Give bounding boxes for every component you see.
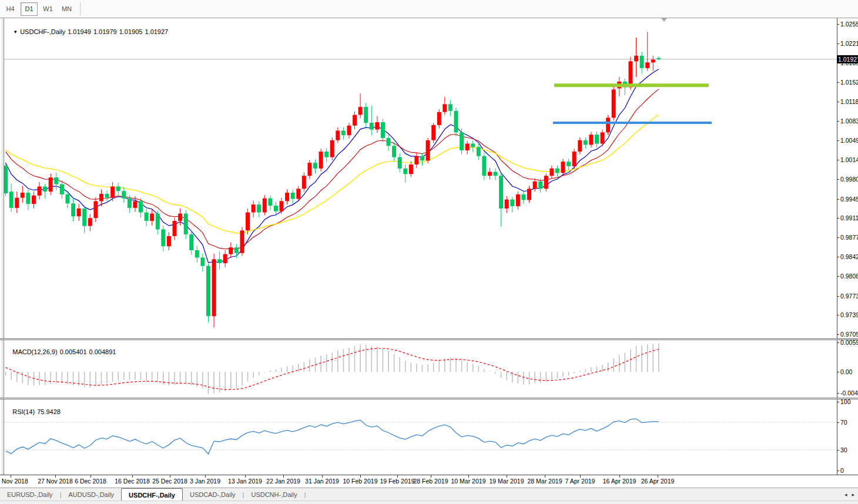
collapse-arrow-icon[interactable]: ▼ — [13, 29, 18, 35]
tab-usdcad[interactable]: USDCAD-,Daily — [183, 489, 243, 500]
chart-top-border — [0, 18, 858, 18]
date-tick-label: 10 Feb 2019 — [343, 478, 378, 485]
price-tick-label: 1.01180 — [840, 98, 858, 105]
rsi-tick-label: 100 — [840, 398, 851, 405]
price-tick — [837, 237, 839, 238]
ohlc-high: 1.01979 — [93, 28, 117, 35]
date-tick-label: 16 Dec 2018 — [115, 478, 150, 485]
tab-usdcnh[interactable]: USDCNH-,Daily — [244, 489, 304, 500]
date-tick-label: 19 Mar 2019 — [490, 478, 524, 485]
price-tick — [837, 82, 839, 83]
price-tick-label: 1.00830 — [840, 117, 858, 125]
chart-left-border — [4, 18, 4, 475]
date-tick-label: 31 Jan 2019 — [305, 478, 339, 485]
chart-shift-marker-icon[interactable] — [661, 18, 667, 22]
bottom-strip — [0, 500, 858, 504]
price-tick — [837, 218, 839, 219]
ma-mid-red — [6, 89, 659, 250]
macd-tick-label: -0.00424 — [840, 389, 858, 397]
macd-tick — [837, 393, 839, 394]
price-axis-border — [837, 18, 837, 475]
macd-signal-value: 0.004891 — [89, 348, 116, 355]
price-tick-label: 0.98080 — [840, 273, 858, 280]
price-tick-label: 1.01520 — [840, 79, 858, 86]
price-tick-label: 1.02550 — [840, 21, 858, 28]
macd-tick — [837, 342, 839, 343]
tab-scroll-left-icon[interactable]: ◂ — [844, 492, 847, 498]
price-tick — [837, 276, 839, 277]
price-tick — [837, 102, 839, 102]
date-tick-label: 7 Apr 2019 — [565, 478, 595, 485]
rsi-line — [6, 419, 659, 454]
macd-title: MACD(12,26,9) — [12, 348, 57, 355]
macd-tick-label: 0.00 — [840, 368, 852, 375]
chart-title-row: ▼USDCHF-,Daily1.019491.019791.019051.019… — [6, 21, 170, 42]
macd-main-value: 0.005401 — [60, 348, 87, 355]
price-tick — [837, 43, 839, 44]
date-tick-label: 6 Dec 2018 — [75, 478, 106, 485]
date-tick-label: 26 Apr 2019 — [641, 478, 675, 485]
date-axis-border — [0, 475, 858, 475]
price-tick — [837, 334, 839, 335]
tab-separator: | — [304, 491, 306, 498]
price-tick-label: 0.97730 — [840, 293, 858, 300]
price-tick — [837, 315, 839, 315]
price-tick-label: 0.99800 — [840, 176, 858, 183]
date-tick-label: 22 Jan 2019 — [266, 478, 300, 485]
price-tick-label: 0.98420 — [840, 253, 858, 260]
date-tick-label: 28 Mar 2019 — [528, 478, 562, 485]
price-tick — [837, 24, 839, 25]
price-tick — [837, 179, 839, 180]
price-tick — [837, 121, 839, 122]
price-tick-label: 0.99110 — [840, 214, 858, 221]
rsi-title-row: RSI(14)75.9428 — [5, 401, 63, 422]
macd-panel-separator[interactable] — [0, 338, 858, 340]
rsi-value: 75.9428 — [37, 408, 61, 415]
price-tick-label: 0.97390 — [840, 311, 858, 318]
date-tick-label: 13 Jan 2019 — [228, 478, 262, 485]
date-tick-label: 19 Feb 2019 — [380, 478, 415, 485]
macd-tick — [837, 372, 839, 372]
macd-tick-label: 0.00597 — [840, 339, 858, 346]
price-tick — [837, 257, 839, 257]
tab-scroll-right-icon[interactable]: ▸ — [852, 492, 854, 498]
price-tick-label: 1.02210 — [840, 40, 858, 47]
chart-tab-bar: EURUSD-,Daily | AUDUSD-,Daily USDCHF-,Da… — [0, 488, 858, 501]
tab-audusd[interactable]: AUDUSD-,Daily — [61, 489, 121, 500]
date-tick-label: 10 Mar 2019 — [451, 478, 486, 485]
macd-title-row: MACD(12,26,9)0.0054010.004891 — [5, 341, 118, 362]
mt4-window: H4 D1 W1 MN ▼USDCHF-,Daily1.019491.01979… — [0, 0, 858, 504]
date-tick-label: 28 Feb 2019 — [414, 478, 448, 485]
ma-slow-yellow — [6, 115, 659, 233]
date-tick-label: 18 Nov 2018 — [0, 478, 28, 485]
rsi-tick — [837, 422, 839, 423]
price-tick — [837, 140, 839, 141]
date-tick-label: 16 Apr 2019 — [603, 478, 636, 485]
price-tick — [837, 160, 839, 160]
price-tick-label: 0.99450 — [840, 196, 858, 203]
ohlc-close: 1.01927 — [145, 28, 168, 35]
current-price-badge: 1.01927 — [837, 55, 858, 63]
rsi-tick-label: 70 — [840, 419, 847, 426]
rsi-tick-label: 0 — [840, 467, 844, 474]
date-tick-label: 27 Nov 2018 — [38, 478, 73, 485]
price-tick — [837, 199, 839, 200]
ma-fast-blue — [6, 69, 659, 263]
rsi-tick-label: 30 — [840, 446, 847, 453]
tab-usdchf[interactable]: USDCHF-,Daily — [121, 488, 183, 502]
ohlc-low: 1.01905 — [119, 28, 143, 35]
price-tick-label: 1.00490 — [840, 137, 858, 144]
rsi-panel-separator[interactable] — [0, 398, 858, 399]
price-tick-label: 0.97050 — [840, 331, 858, 338]
rsi-tick — [837, 450, 839, 451]
rsi-tick — [837, 402, 839, 402]
price-tick-label: 0.98770 — [840, 234, 858, 241]
chart-canvas[interactable] — [0, 0, 858, 504]
price-tick — [837, 296, 839, 297]
tab-scroll-arrows: ◂ ▸ — [844, 492, 854, 498]
rsi-tick — [837, 471, 839, 471]
date-tick-label: 25 Dec 2018 — [152, 478, 187, 485]
rsi-title: RSI(14) — [12, 408, 35, 415]
ohlc-open: 1.01949 — [68, 28, 91, 35]
tab-eurusd[interactable]: EURUSD-,Daily — [0, 489, 60, 500]
